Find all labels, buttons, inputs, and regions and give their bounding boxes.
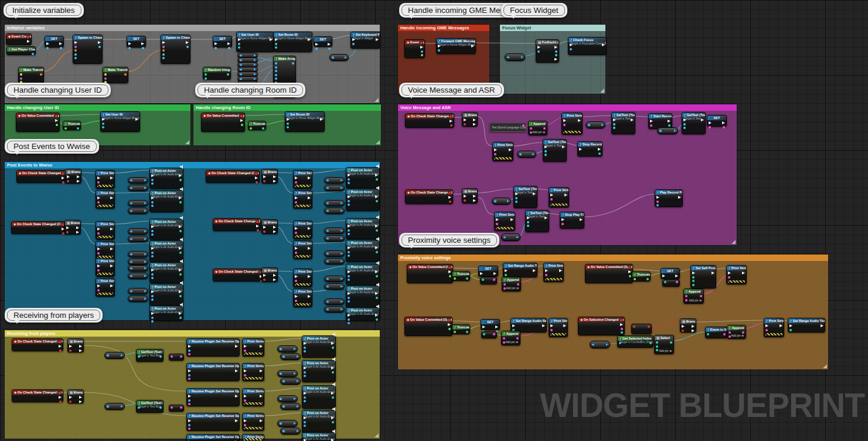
data-pin[interactable]: [179, 230, 182, 232]
exec-pin[interactable]: [348, 270, 350, 273]
output-pin-icon[interactable]: [144, 230, 147, 233]
exec-pin[interactable]: [256, 225, 259, 228]
exec-pin[interactable]: [692, 272, 695, 274]
text-literal[interactable]: Test Sound Language Code: [490, 126, 526, 129]
node-on-value-committed-spinboxrecvrange[interactable]: ◆ On Value Committed (SpinBoxRecvRange): [404, 317, 452, 336]
data-pin[interactable]: [692, 284, 695, 286]
exec-pin[interactable]: [273, 180, 276, 183]
node-random-integer-in-range[interactable]: ƒ Random Integer in Range: [203, 67, 231, 80]
node-on-selection-changed-comboboxteammode[interactable]: ◆ On Selection Changed (ComboBoxTeamMode…: [578, 317, 625, 335]
variable-pill[interactable]: [277, 395, 298, 402]
node-print-string[interactable]: ƒ Print String: [293, 289, 312, 307]
node-post-on-actor[interactable]: ƒ Post on ActorTarget is Ak Audio Event: [346, 167, 380, 188]
node-check-focus[interactable]: ƒ Check FocusTarget is Focusable Check B…: [568, 37, 607, 55]
node-branch[interactable]: ▦ Branch: [261, 267, 278, 282]
data-pin[interactable]: [348, 200, 350, 202]
output-pin-icon[interactable]: [297, 355, 299, 358]
data-pin[interactable]: [275, 70, 277, 72]
node-settext-text[interactable]: ƒ SetText (Text)Target is Text: [513, 186, 537, 208]
exec-pin[interactable]: [308, 196, 311, 199]
comment-title-bar[interactable]: Initialize variables: [5, 25, 380, 31]
data-pin[interactable]: [292, 62, 294, 65]
node-truncate[interactable]: ƒ Truncate: [452, 271, 470, 281]
data-pin[interactable]: [700, 295, 702, 297]
exec-pin[interactable]: [331, 416, 334, 419]
data-pin[interactable]: [304, 421, 306, 423]
node-append[interactable]: ƒ AppendAdd pin ⊕: [502, 277, 521, 291]
comment-title-bar[interactable]: Handle changing Room ID: [193, 104, 381, 111]
exec-pin[interactable]: [260, 345, 263, 348]
node-set-user-id[interactable]: ƒ Set User IDTarget is Home Widget Bluep…: [236, 32, 274, 52]
data-pin[interactable]: [683, 123, 686, 125]
output-pin-icon[interactable]: [294, 398, 297, 401]
exec-pin[interactable]: [110, 247, 113, 250]
variable-pill[interactable]: [128, 265, 148, 272]
data-pin[interactable]: [241, 124, 243, 126]
variable-pill[interactable]: [329, 54, 349, 61]
variable-pill[interactable]: [324, 200, 345, 206]
output-pin-icon[interactable]: [297, 430, 299, 433]
data-pin[interactable]: [295, 280, 297, 282]
node-gettext-text-box[interactable]: ƒ GetText (Text Box)Target is Text Box: [136, 349, 164, 362]
data-pin[interactable]: [494, 153, 496, 155]
node-event-tick[interactable]: ◆ Event Tick: [404, 39, 425, 58]
node-print-string[interactable]: ƒ Print String: [96, 258, 115, 277]
exec-pin[interactable]: [510, 218, 513, 221]
exec-pin[interactable]: [545, 269, 548, 272]
node-receive-plugin-set-receive-open-id-with-voice[interactable]: ƒ Receive Plugin Set Receive Open ID Wit…: [186, 388, 240, 406]
exec-pin[interactable]: [179, 174, 182, 177]
data-pin[interactable]: [742, 331, 744, 334]
node-gettext-text-box[interactable]: ƒ GetText (Text Box)Target is Text Box: [136, 400, 164, 413]
exec-pin[interactable]: [244, 395, 247, 398]
comment-title-bar[interactable]: Voice Message and ASR: [398, 104, 737, 111]
data-pin[interactable]: [450, 124, 452, 127]
data-pin[interactable]: [295, 201, 297, 203]
data-pin[interactable]: [563, 124, 566, 126]
exec-pin[interactable]: [650, 120, 653, 123]
output-pin-icon[interactable]: [341, 179, 343, 182]
exec-pin[interactable]: [97, 284, 100, 287]
node-append[interactable]: ƒ AppendAdd pin ⊕: [727, 325, 746, 339]
data-pin[interactable]: [179, 201, 182, 203]
node-set[interactable]: SET: [707, 115, 727, 127]
variable-pill[interactable]: [280, 378, 301, 385]
node-print-string[interactable]: ƒ Print String: [543, 263, 564, 282]
variable-pill[interactable]: [277, 420, 298, 427]
exec-pin[interactable]: [563, 324, 566, 327]
data-pin[interactable]: [171, 406, 173, 409]
data-pin[interactable]: [171, 355, 173, 358]
exec-pin[interactable]: [151, 312, 154, 315]
exec-pin[interactable]: [235, 369, 238, 372]
data-pin[interactable]: [20, 73, 22, 76]
data-pin[interactable]: [188, 403, 190, 405]
exec-pin[interactable]: [295, 177, 298, 179]
exec-pin[interactable]: [76, 226, 79, 229]
exec-pin[interactable]: [188, 419, 191, 422]
data-pin[interactable]: [682, 330, 684, 332]
data-pin[interactable]: [262, 127, 264, 130]
variable-pill[interactable]: [324, 208, 345, 214]
node-play-record-file[interactable]: ƒ Play Record File: [655, 189, 683, 207]
data-pin[interactable]: [295, 181, 297, 184]
exec-pin[interactable]: [473, 195, 476, 198]
node-print-string[interactable]: ƒ Print String: [561, 113, 583, 135]
variable-pill[interactable]: [280, 353, 301, 360]
data-pin[interactable]: [151, 277, 154, 279]
data-pin[interactable]: [60, 47, 62, 49]
exec-pin[interactable]: [59, 42, 62, 45]
node-stop-recording[interactable]: ƒ Stop Recording: [577, 141, 603, 157]
exec-pin[interactable]: [79, 396, 82, 399]
data-pin[interactable]: [634, 278, 636, 280]
output-pin-icon[interactable]: [341, 285, 343, 288]
exec-pin[interactable]: [244, 369, 247, 372]
exec-pin[interactable]: [77, 175, 80, 178]
node-post-on-actor[interactable]: ƒ Post on ActorTarget is Ak Audio Event: [346, 286, 380, 308]
exec-pin[interactable]: [348, 225, 350, 228]
node-settext-text[interactable]: ƒ SetText (Text)Target is Text: [543, 139, 567, 162]
data-pin[interactable]: [56, 124, 58, 126]
data-pin[interactable]: [287, 123, 289, 125]
exec-pin[interactable]: [692, 325, 695, 328]
exec-pin[interactable]: [692, 330, 695, 333]
data-pin[interactable]: [656, 341, 658, 344]
exec-pin[interactable]: [554, 58, 557, 61]
